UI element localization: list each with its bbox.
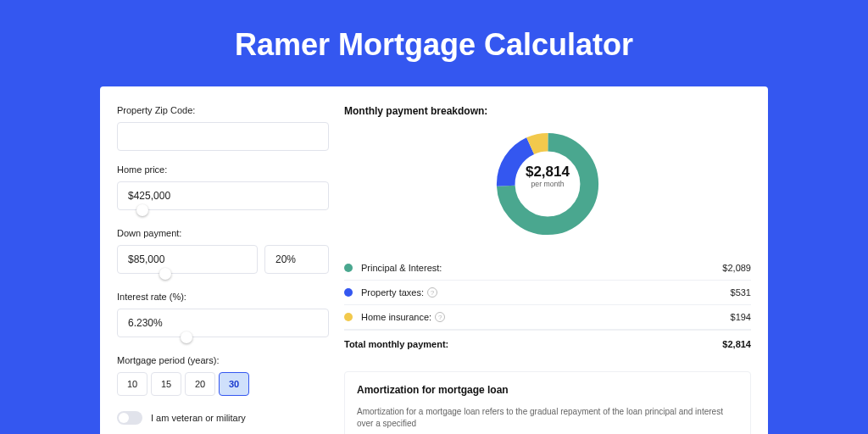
period-field-group: Mortgage period (years): 10 15 20 30 <box>117 355 329 396</box>
donut-svg: $2,814 per month <box>492 129 603 239</box>
period-options: 10 15 20 30 <box>117 372 329 396</box>
zip-label: Property Zip Code: <box>117 105 329 115</box>
amort-text: Amortization for a mortgage loan refers … <box>357 406 738 430</box>
zip-field-group: Property Zip Code: <box>117 105 329 151</box>
legend-dot-blue <box>344 288 353 297</box>
period-btn-10[interactable]: 10 <box>117 372 147 396</box>
total-value: $2,814 <box>722 339 751 349</box>
legend-value: $194 <box>731 312 751 322</box>
form-column: Property Zip Code: Home price: Down paym… <box>117 105 329 434</box>
total-label: Total monthly payment: <box>344 339 722 349</box>
info-icon[interactable]: ? <box>435 312 445 322</box>
veteran-row: I am veteran or military <box>117 411 329 425</box>
down-pct-input[interactable] <box>264 245 329 274</box>
info-icon[interactable]: ? <box>427 287 437 298</box>
slider-handle[interactable] <box>159 268 171 280</box>
price-label: Home price: <box>117 164 329 175</box>
zip-input[interactable] <box>117 122 329 151</box>
down-amount-input[interactable] <box>117 245 258 274</box>
legend-label: Property taxes:? <box>361 287 731 298</box>
legend-row-taxes: Property taxes:? $531 <box>344 281 751 305</box>
page-title: Ramer Mortgage Calculator <box>0 0 868 86</box>
breakdown-column: Monthly payment breakdown: $2,814 per mo… <box>344 105 751 434</box>
rate-input[interactable] <box>117 309 329 337</box>
price-field-group: Home price: <box>117 164 329 214</box>
down-field-group: Down payment: <box>117 228 329 278</box>
rate-slider[interactable] <box>117 337 329 342</box>
veteran-toggle[interactable] <box>117 411 142 425</box>
donut-amount: $2,814 <box>514 163 581 179</box>
down-slider[interactable] <box>117 273 329 278</box>
legend-value: $531 <box>731 287 751 298</box>
legend-row-principal: Principal & Interest: $2,089 <box>344 256 751 281</box>
rate-field-group: Interest rate (%): <box>117 292 329 342</box>
period-btn-30[interactable]: 30 <box>219 372 249 396</box>
calculator-card: Property Zip Code: Home price: Down paym… <box>100 86 768 434</box>
legend-row-insurance: Home insurance:? $194 <box>344 305 751 330</box>
donut-sub: per month <box>514 179 581 189</box>
price-slider[interactable] <box>117 209 329 214</box>
price-input[interactable] <box>117 181 329 210</box>
amortization-section: Amortization for mortgage loan Amortizat… <box>344 371 751 434</box>
amort-title: Amortization for mortgage loan <box>357 384 738 396</box>
breakdown-title: Monthly payment breakdown: <box>344 105 751 117</box>
legend-value: $2,089 <box>722 263 751 273</box>
slider-handle[interactable] <box>181 331 192 343</box>
legend-label: Principal & Interest: <box>361 263 722 273</box>
slider-handle[interactable] <box>136 204 148 216</box>
period-label: Mortgage period (years): <box>117 355 329 365</box>
down-label: Down payment: <box>117 228 329 238</box>
total-row: Total monthly payment: $2,814 <box>344 330 751 358</box>
veteran-label: I am veteran or military <box>151 413 246 423</box>
legend-dot-yellow <box>344 313 353 321</box>
legend-label: Home insurance:? <box>361 312 731 322</box>
period-btn-15[interactable]: 15 <box>151 372 181 396</box>
donut-chart: $2,814 per month <box>344 129 751 239</box>
period-btn-20[interactable]: 20 <box>185 372 215 396</box>
legend-dot-green <box>344 264 353 272</box>
rate-label: Interest rate (%): <box>117 292 329 302</box>
